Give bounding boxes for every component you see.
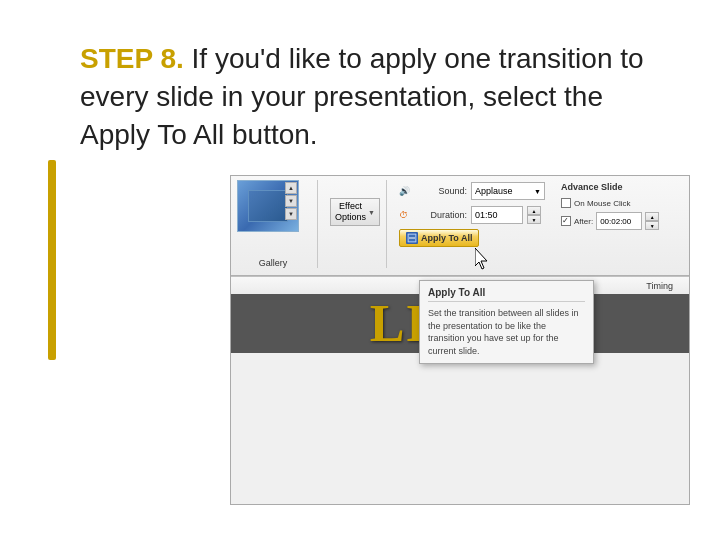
step-label: STEP 8. [80,43,184,74]
duration-up[interactable]: ▲ [527,206,541,215]
effect-options-label: Effect Options [335,201,366,223]
gallery-label: Gallery [259,258,288,268]
after-label: After: [574,217,593,226]
effect-group: Effect Options ▼ [330,180,387,268]
timing-label: Timing [646,281,673,291]
scroll-up-arrow[interactable]: ▲ [285,182,297,194]
tooltip-body: Set the transition between all slides in… [428,307,585,357]
sound-value: Applause [475,186,513,196]
main-text: STEP 8. If you'd like to apply one trans… [80,40,660,153]
after-row: After: 00:02:00 ▲ ▼ [561,213,681,229]
tooltip-title: Apply To All [428,287,585,302]
gallery-box-inner [248,190,288,222]
effect-options-button[interactable]: Effect Options ▼ [330,198,380,226]
gallery-box[interactable]: ▲ ▼ ▼ [237,180,299,232]
after-checkbox[interactable] [561,216,571,226]
mouse-click-label: On Mouse Click [574,199,630,208]
after-input[interactable]: 00:02:00 [596,212,642,230]
effect-dropdown-icon: ▼ [368,209,375,216]
duration-down[interactable]: ▼ [527,215,541,224]
scroll-arrows: ▲ ▼ ▼ [285,182,297,220]
accent-bar [48,160,56,360]
duration-input[interactable]: 01:50 [471,206,523,224]
mouse-click-checkbox[interactable] [561,198,571,208]
after-down[interactable]: ▼ [645,221,659,230]
slide-container: STEP 8. If you'd like to apply one trans… [0,0,720,540]
screenshot-area: ▲ ▼ ▼ Gallery Effect Options ▼ [230,175,690,505]
sound-label: Sound: [415,186,467,196]
after-value: 00:02:00 [600,217,631,226]
gallery-group: ▲ ▼ ▼ Gallery [237,180,318,268]
apply-icon [406,232,418,244]
duration-spinner[interactable]: ▲ ▼ [527,206,541,224]
scroll-expand-arrow[interactable]: ▼ [285,208,297,220]
mouse-click-row: On Mouse Click [561,195,681,211]
ribbon: ▲ ▼ ▼ Gallery Effect Options ▼ [231,176,689,276]
sound-dropdown-icon[interactable]: ▼ [534,188,541,195]
after-up[interactable]: ▲ [645,212,659,221]
duration-value: 01:50 [475,210,519,220]
sound-input[interactable]: Applause ▼ [471,182,545,200]
apply-to-all-button[interactable]: Apply To All [399,229,480,247]
advance-slide-title: Advance Slide [561,182,681,192]
advance-section: Advance Slide On Mouse Click After: 00:0… [561,182,681,229]
apply-to-all-label: Apply To All [421,233,473,243]
after-spinner[interactable]: ▲ ▼ [645,212,659,230]
scroll-down-arrow[interactable]: ▼ [285,195,297,207]
duration-label: Duration: [415,210,467,220]
tooltip-popup: Apply To All Set the transition between … [419,280,594,364]
